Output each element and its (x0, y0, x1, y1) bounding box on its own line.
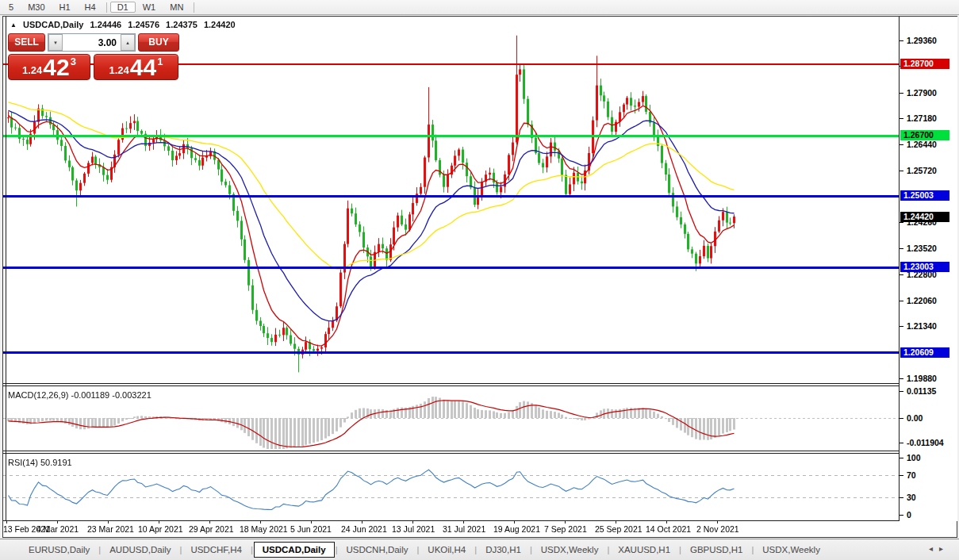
price-axis-label: 1.19880 (907, 374, 937, 383)
ohlc-close: 1.24420 (204, 20, 236, 29)
time-axis-tick (311, 521, 312, 524)
timeframe-button-m30[interactable]: M30 (21, 2, 52, 13)
time-axis-date-label: 2 Nov 2021 (696, 524, 739, 534)
time-axis-date-label: 14 Oct 2021 (646, 524, 691, 534)
tab-scroll-right-icon[interactable]: ▸ (939, 544, 949, 553)
sell-button[interactable]: SELL (8, 33, 45, 52)
rsi-axis-label: 0 (907, 510, 911, 520)
macd-pane-separator[interactable] (3, 383, 957, 384)
time-axis-tick (463, 521, 464, 524)
level-price-badge-1.23003: 1.23003 (900, 262, 949, 272)
timeframe-button-h4[interactable]: H4 (78, 2, 103, 13)
chart-window-usdcad-daily: ▲ USDCAD,Daily 1.24446 1.24576 1.24375 1… (2, 16, 957, 538)
rsi-indicator-canvas[interactable] (3, 455, 899, 520)
price-axis-tick (900, 326, 903, 327)
time-axis-date-label: 19 Aug 2021 (493, 524, 540, 534)
time-axis-tick (412, 521, 413, 524)
time-axis-date-label: 7 Sep 2021 (544, 524, 587, 534)
chart-tab-audusd-daily[interactable]: AUDUSD,Daily (102, 542, 178, 558)
time-axis-tick (209, 521, 210, 524)
chart-title: ▲ USDCAD,Daily 1.24446 1.24576 1.24375 1… (10, 20, 236, 29)
tab-scroll-left-icon[interactable]: ◂ (929, 544, 939, 553)
ohlc-high: 1.24576 (128, 20, 159, 29)
macd-pane-separator-2[interactable] (3, 385, 957, 386)
level-price-badge-1.20609: 1.20609 (900, 347, 949, 358)
timeframe-button-h1[interactable]: H1 (52, 2, 78, 13)
macd-axis-tick (900, 443, 903, 443)
time-axis-tick (666, 521, 667, 524)
sell-price-base: 1.24 (22, 64, 42, 76)
chart-tab-usdx-weekly[interactable]: USDX,Weekly (533, 542, 607, 558)
chart-tab-usdchf-h4[interactable]: USDCHF,H4 (182, 542, 250, 558)
time-axis-tick (159, 521, 159, 524)
timeframe-button-w1[interactable]: W1 (136, 2, 163, 13)
time-axis-date-label: 31 Jul 2021 (443, 524, 485, 534)
rsi-axis-label: 70 (907, 470, 916, 480)
chart-tab-usdcnh-daily[interactable]: USDCNH,Daily (339, 542, 416, 558)
price-axis-tick (900, 93, 903, 94)
time-axis-tick (6, 521, 7, 524)
price-axis-label: 1.22060 (907, 296, 937, 305)
time-axis-date-label: 25 Sep 2021 (595, 524, 643, 534)
time-axis-tick (362, 521, 363, 524)
price-axis-tick (900, 248, 903, 249)
price-axis-label: 1.27900 (907, 88, 937, 98)
price-axis-label: 1.25720 (907, 166, 937, 175)
level-price-badge-1.25003: 1.25003 (900, 190, 949, 201)
buy-price-display[interactable]: 1.24 44 1 (94, 54, 178, 80)
time-axis-tick (260, 521, 261, 524)
chart-tab-gbpusd-h1[interactable]: GBPUSD,H1 (682, 542, 750, 558)
plot-left-border (6, 17, 6, 521)
ohlc-low: 1.24375 (166, 20, 198, 29)
price-axis-label: 1.23520 (907, 244, 937, 253)
timeframe-button-mn[interactable]: MN (163, 2, 190, 13)
chart-tab-usdx-weekly[interactable]: USDX,Weekly (754, 542, 828, 558)
time-axis-date-label: 24 Jun 2021 (341, 524, 387, 534)
chart-tab-eurusd-daily[interactable]: EURUSD,Daily (21, 542, 98, 558)
rsi-axis-tick (900, 497, 903, 498)
time-axis-date-label: 10 Apr 2021 (138, 524, 183, 534)
rsi-axis-tick (900, 515, 903, 516)
chart-tab-usdcad-daily[interactable]: USDCAD,Daily (254, 542, 335, 558)
rsi-pane-separator-2[interactable] (3, 453, 957, 454)
rsi-axis-label: 30 (907, 493, 916, 502)
time-axis-tick (565, 521, 566, 524)
toolbar-separator (106, 2, 107, 13)
price-axis-label: 1.26440 (907, 140, 937, 149)
rsi-axis-tick (900, 475, 903, 476)
volume-input[interactable] (63, 34, 121, 51)
chart-tab-ukoil-h4[interactable]: UKOil,H4 (420, 542, 474, 558)
timeframe-button-d1[interactable]: D1 (110, 2, 136, 13)
chart-tab-xauusd-h1[interactable]: XAUUSD,H1 (610, 542, 678, 558)
volume-increase-icon[interactable]: ▴ (121, 34, 135, 51)
price-axis-label: 1.21340 (907, 321, 937, 331)
rsi-pane-separator[interactable] (3, 451, 957, 451)
price-axis-tick (900, 222, 903, 223)
volume-decrease-icon[interactable]: ▾ (48, 34, 63, 51)
macd-label: MACD(12,26,9) -0.001189 -0.003221 (8, 390, 152, 400)
ohlc-open: 1.24446 (90, 20, 121, 29)
price-axis-tick (900, 171, 903, 171)
mt4-terminal: 5M30H1H4D1W1MN ▲ USDCAD,Daily 1.24446 1.… (0, 0, 959, 560)
timeframe-toolbar: 5M30H1H4D1W1MN (0, 0, 959, 15)
level-price-badge-1.26700: 1.26700 (900, 130, 949, 140)
price-axis-tick (900, 378, 903, 379)
chart-tab-dj30-h1[interactable]: DJ30,H1 (478, 542, 529, 558)
macd-axis-tick (900, 391, 903, 392)
sell-price-display[interactable]: 1.24 42 3 (8, 54, 90, 80)
price-axis[interactable]: 1.293601.286401.279001.271801.264401.257… (900, 17, 957, 521)
timeframe-button-5[interactable]: 5 (2, 2, 21, 13)
rsi-axis-tick (900, 458, 903, 458)
time-axis-tick (717, 521, 718, 524)
collapse-objects-icon[interactable]: ▲ (10, 21, 17, 29)
one-click-trading-panel: SELL ▾ ▴ BUY 1.24 42 3 1.24 44 1 (8, 33, 179, 81)
price-axis-tick (900, 144, 903, 145)
buy-button[interactable]: BUY (138, 33, 179, 52)
tab-scroll-arrows[interactable]: ◂▸ (929, 544, 949, 553)
buy-price-point: 1 (157, 56, 163, 67)
sell-price-pips: 42 (43, 57, 69, 78)
time-axis[interactable]: 13 Feb 20214 Mar 202123 Mar 202110 Apr 2… (3, 521, 899, 537)
time-axis-tick (616, 521, 616, 524)
buy-price-pips: 44 (130, 57, 156, 78)
toolbar-separator (194, 2, 194, 13)
